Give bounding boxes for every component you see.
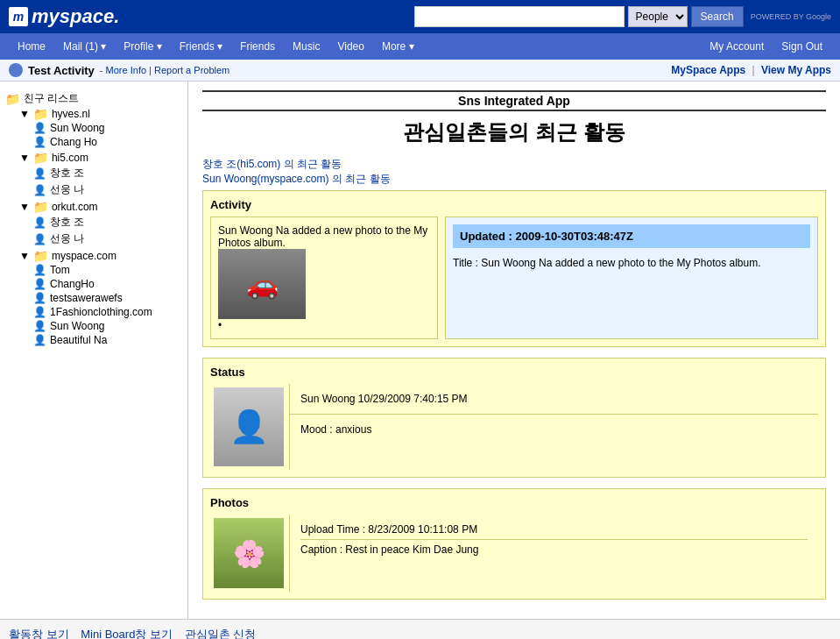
user-icon: 👤 bbox=[33, 184, 46, 196]
user-icon: 👤 bbox=[33, 264, 46, 276]
status-row-mood: Mood : anxious bbox=[290, 415, 818, 444]
main: 📁 친구 리스트 ▼ 📁 hyves.nl bbox=[0, 82, 840, 619]
logo-icon: m bbox=[9, 7, 28, 26]
user-label: 창호 조 bbox=[50, 215, 84, 230]
nav-profile[interactable]: Profile ▾ bbox=[115, 33, 170, 60]
folder-icon-orkut: 📁 bbox=[33, 200, 48, 214]
nav-mail[interactable]: Mail (1) ▾ bbox=[54, 33, 115, 60]
subheader-left: Test Activity - More Info | Report a Pro… bbox=[9, 63, 229, 77]
user-icon: 👤 bbox=[33, 122, 46, 134]
activity-title: Title : Sun Woong Na added a new photo t… bbox=[453, 257, 810, 269]
sidebar-item-seon-ung[interactable]: 👤 선웅 나 bbox=[33, 182, 182, 197]
photos-section: Photos Upload Time : 8/23/2009 10:11:08 … bbox=[202, 488, 826, 600]
user-icon: 👤 bbox=[33, 233, 46, 245]
sidebar-item-myspace[interactable]: ▼ 📁 myspace.com bbox=[19, 249, 182, 263]
navbar: Home Mail (1) ▾ Profile ▾ Friends ▾ Frie… bbox=[0, 33, 840, 60]
status-label: Status bbox=[210, 366, 818, 379]
sidebar-item-testsaw[interactable]: 👤testsawerawefs bbox=[33, 292, 182, 304]
sidebar-item-orkut-user2[interactable]: 👤 선웅 나 bbox=[33, 231, 182, 246]
bullet: • bbox=[218, 319, 222, 331]
activity-link2[interactable]: Sun Woong(myspace.com) 의 최근 활동 bbox=[202, 173, 391, 185]
user-label: 선웅 나 bbox=[50, 182, 84, 197]
nav-home[interactable]: Home bbox=[9, 33, 54, 60]
status-section: Status Sun Woong 10/29/2009 7:40:15 PM M… bbox=[202, 358, 826, 478]
updated-box: Updated : 2009-10-30T03:48:47Z bbox=[453, 224, 810, 248]
footer-link3[interactable]: 관심일촌 신청 bbox=[185, 628, 257, 639]
sidebar-item-chang-ho[interactable]: 👤 Chang Ho bbox=[33, 136, 182, 148]
car-photo bbox=[218, 249, 306, 319]
sidebar-item-1fashion[interactable]: 👤1Fashionclothing.com bbox=[33, 306, 182, 318]
user-label: Beautiful Na bbox=[50, 334, 107, 346]
navbar-left: Home Mail (1) ▾ Profile ▾ Friends ▾ Frie… bbox=[9, 33, 423, 60]
status-inner: Sun Woong 10/29/2009 7:40:15 PM Mood : a… bbox=[210, 384, 818, 470]
activity-link1[interactable]: 창호 조(hi5.com) 의 최근 활동 bbox=[202, 158, 342, 170]
user-label: 선웅 나 bbox=[50, 231, 84, 246]
people-dropdown[interactable]: People bbox=[628, 6, 688, 27]
user-icon: 👤 bbox=[33, 334, 46, 346]
user-icon: 👤 bbox=[33, 320, 46, 332]
view-my-apps-link[interactable]: View My Apps bbox=[761, 64, 831, 76]
separator: | bbox=[752, 64, 755, 76]
photos-caption: Caption : Rest in peace Kim Dae Jung bbox=[300, 540, 808, 559]
flowers-photo bbox=[214, 518, 284, 588]
user-label: testsawerawefs bbox=[50, 292, 123, 304]
hi5-label: hi5.com bbox=[52, 152, 88, 164]
user-icon: 👤 bbox=[33, 167, 46, 180]
status-row-text: Sun Woong 10/29/2009 7:40:15 PM bbox=[290, 384, 818, 415]
sidebar-item-hyves[interactable]: ▼ 📁 hyves.nl bbox=[19, 107, 182, 121]
user-label: Tom bbox=[50, 264, 70, 276]
user-icon: 👤 bbox=[33, 292, 46, 304]
search-input[interactable] bbox=[414, 6, 625, 27]
footer-link2[interactable]: Mini Board창 보기 bbox=[81, 628, 173, 639]
sidebar-item-sun-woong[interactable]: 👤 Sun Woong bbox=[33, 122, 182, 134]
expand-icon: ▼ bbox=[19, 250, 30, 262]
footer-bar: 활동창 보기 Mini Board창 보기 관심일촌 신청 bbox=[0, 619, 840, 639]
activity-label: Activity bbox=[210, 198, 818, 211]
search-button[interactable]: Search bbox=[691, 6, 744, 27]
nav-signout[interactable]: Sign Out bbox=[773, 33, 831, 60]
content: Sns Integrated App 관심일촌들의 최근 활동 창호 조(hi5… bbox=[188, 82, 840, 619]
myspace-apps-link[interactable]: MySpace Apps bbox=[671, 64, 745, 76]
app-title-bar: Sns Integrated App bbox=[202, 90, 826, 111]
nav-music[interactable]: Friends bbox=[231, 33, 284, 60]
navbar-right: My Account Sign Out bbox=[701, 33, 831, 60]
nav-video[interactable]: Music bbox=[284, 33, 328, 60]
photos-upload: Upload Time : 8/23/2009 10:11:08 PM bbox=[300, 520, 808, 540]
more-info-link[interactable]: More Info bbox=[106, 65, 146, 75]
nav-games[interactable]: Video bbox=[328, 33, 372, 60]
activity-links: 창호 조(hi5.com) 의 최근 활동 Sun Woong(myspace.… bbox=[202, 157, 826, 187]
activity-icon bbox=[9, 63, 23, 77]
folder-icon-myspace: 📁 bbox=[33, 249, 48, 263]
powered-by: POWERED BY Google bbox=[751, 12, 831, 21]
status-info: Sun Woong 10/29/2009 7:40:15 PM Mood : a… bbox=[289, 384, 818, 470]
nav-more[interactable]: More ▾ bbox=[373, 33, 423, 60]
user-icon: 👤 bbox=[33, 278, 46, 290]
sidebar-item-hi5[interactable]: ▼ 📁 hi5.com bbox=[19, 151, 182, 165]
logo[interactable]: m myspace. bbox=[9, 5, 119, 28]
folder-icon-hi5: 📁 bbox=[33, 151, 48, 165]
user-label: ChangHo bbox=[50, 278, 95, 290]
sidebar-item-sunwoong-ms[interactable]: 👤Sun Woong bbox=[33, 320, 182, 332]
activity-right: Updated : 2009-10-30T03:48:47Z Title : S… bbox=[445, 217, 818, 339]
user-label: Chang Ho bbox=[50, 136, 97, 148]
sidebar-item-beautiful-na[interactable]: 👤Beautiful Na bbox=[33, 334, 182, 346]
photos-thumb bbox=[210, 515, 289, 592]
main-title: 관심일촌들의 최근 활동 bbox=[202, 118, 826, 146]
header: m myspace. People Search POWERED BY Goog… bbox=[0, 0, 840, 33]
footer-link1[interactable]: 활동창 보기 bbox=[9, 628, 69, 639]
sidebar-item-changho-jo[interactable]: 👤 창호 조 bbox=[33, 166, 182, 181]
sidebar-root: 📁 친구 리스트 bbox=[5, 91, 182, 106]
sidebar-item-orkut[interactable]: ▼ 📁 orkut.com bbox=[19, 200, 182, 214]
photos-info: Upload Time : 8/23/2009 10:11:08 PM Capt… bbox=[289, 515, 818, 592]
nav-account[interactable]: My Account bbox=[701, 33, 773, 60]
nav-friends[interactable]: Friends ▾ bbox=[171, 33, 231, 60]
orkut-label: orkut.com bbox=[52, 201, 98, 213]
sidebar-item-tom[interactable]: 👤Tom bbox=[33, 264, 182, 276]
photos-label: Photos bbox=[210, 496, 818, 509]
sidebar-item-orkut-user1[interactable]: 👤 창호 조 bbox=[33, 215, 182, 230]
folder-icon-hyves: 📁 bbox=[33, 107, 48, 121]
subheader: Test Activity - More Info | Report a Pro… bbox=[0, 60, 840, 82]
subheader-title: Test Activity bbox=[28, 64, 95, 77]
report-link[interactable]: Report a Problem bbox=[154, 65, 229, 75]
sidebar-item-changho-ms[interactable]: 👤ChangHo bbox=[33, 278, 182, 290]
